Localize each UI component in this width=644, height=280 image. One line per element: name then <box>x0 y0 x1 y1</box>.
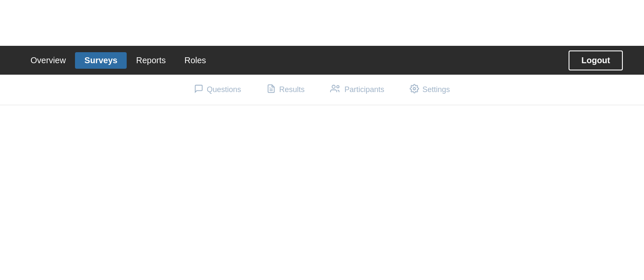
participants-label: Participants <box>344 85 384 94</box>
nav-item-surveys[interactable]: Surveys <box>75 52 127 69</box>
participants-icon <box>330 84 341 95</box>
subnav-item-results[interactable]: Results <box>266 84 305 95</box>
results-icon <box>266 84 276 95</box>
logout-button[interactable]: Logout <box>569 50 623 70</box>
navbar-left: Overview Surveys Reports Roles <box>21 52 215 69</box>
svg-point-2 <box>332 85 335 88</box>
top-spacer <box>0 0 644 46</box>
results-label: Results <box>279 85 305 94</box>
nav-item-overview[interactable]: Overview <box>21 52 75 69</box>
subnav-item-questions[interactable]: Questions <box>194 84 241 95</box>
main-navbar: Overview Surveys Reports Roles Logout <box>0 46 644 75</box>
svg-point-4 <box>413 87 416 90</box>
subnav-item-participants[interactable]: Participants <box>330 84 384 95</box>
content-area <box>0 105 644 280</box>
settings-icon <box>410 84 419 95</box>
questions-label: Questions <box>207 85 241 94</box>
questions-icon <box>194 84 203 95</box>
subnav-item-settings[interactable]: Settings <box>410 84 450 95</box>
svg-point-3 <box>337 86 339 88</box>
sub-navbar: Questions Results Participants <box>0 75 644 105</box>
nav-item-roles[interactable]: Roles <box>175 52 215 69</box>
nav-item-reports[interactable]: Reports <box>127 52 175 69</box>
settings-label: Settings <box>422 85 450 94</box>
